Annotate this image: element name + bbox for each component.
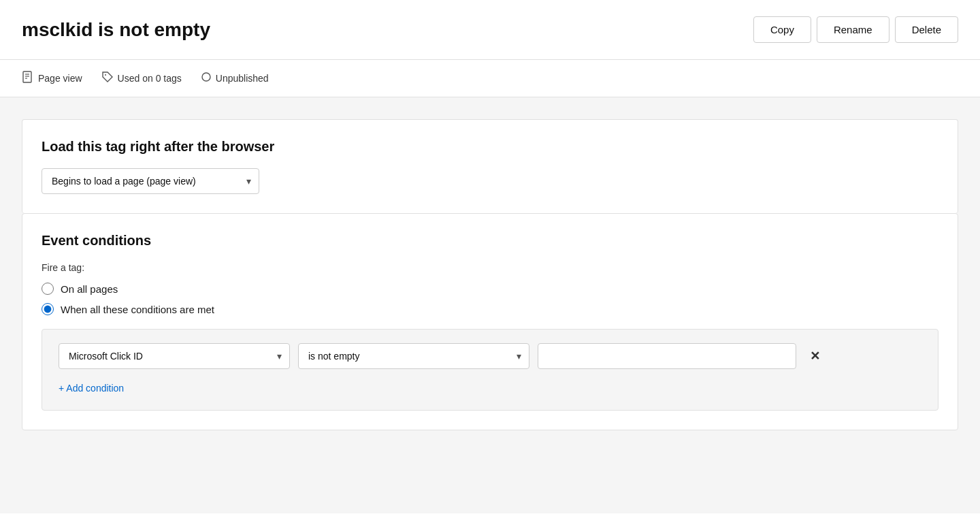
page-view-label: Page view [38,73,82,84]
radio-when-conditions-input[interactable] [42,303,54,315]
condition-remove-button[interactable]: ✕ [804,346,826,366]
used-on-tags-label: Used on 0 tags [118,73,182,84]
header-actions: Copy Rename Delete [753,16,958,43]
content-area: Load this tag right after the browser Be… [0,97,980,513]
delete-button[interactable]: Delete [895,16,958,43]
svg-point-5 [202,73,210,81]
condition-variable-wrapper: Microsoft Click ID Page URL Referrer ▾ [59,343,290,369]
trigger-section-title: Load this tag right after the browser [42,139,938,155]
status-label: Unpublished [216,73,269,84]
radio-group: On all pages When all these conditions a… [42,283,938,315]
radio-all-pages-input[interactable] [42,283,54,295]
radio-all-pages-label: On all pages [61,283,118,295]
cards-wrapper: Load this tag right after the browser Be… [22,119,958,430]
main-container: msclkid is not empty Copy Rename Delete … [0,0,980,525]
tag-icon [101,71,114,86]
condition-operator-select[interactable]: is not empty equals contains matches reg… [298,343,529,369]
fire-tag-label: Fire a tag: [42,262,938,273]
condition-value-input[interactable] [538,343,796,369]
svg-point-4 [105,74,106,76]
trigger-select[interactable]: Begins to load a page (page view) DOM Re… [42,168,259,194]
add-condition-button[interactable]: + Add condition [59,380,124,396]
meta-page-view: Page view [22,71,82,86]
meta-used-on-tags: Used on 0 tags [101,71,182,86]
radio-all-pages[interactable]: On all pages [42,283,938,295]
radio-when-conditions-label: When all these conditions are met [61,304,214,315]
meta-status: Unpublished [201,71,269,85]
event-conditions-title: Event conditions [42,233,938,249]
svg-rect-0 [23,71,31,82]
meta-bar: Page view Used on 0 tags Unpublished [0,60,980,97]
header: msclkid is not empty Copy Rename Delete [0,0,980,60]
copy-button[interactable]: Copy [753,16,811,43]
condition-variable-select[interactable]: Microsoft Click ID Page URL Referrer [59,343,290,369]
trigger-select-wrapper: Begins to load a page (page view) DOM Re… [42,168,259,194]
condition-row: Microsoft Click ID Page URL Referrer ▾ i… [59,343,921,369]
page-view-icon [22,71,34,86]
radio-when-conditions[interactable]: When all these conditions are met [42,303,938,315]
page-title: msclkid is not empty [22,19,210,41]
condition-operator-wrapper: is not empty equals contains matches reg… [298,343,529,369]
trigger-section-card: Load this tag right after the browser Be… [22,119,958,213]
conditions-box: Microsoft Click ID Page URL Referrer ▾ i… [42,329,938,411]
event-conditions-card: Event conditions Fire a tag: On all page… [22,213,958,430]
rename-button[interactable]: Rename [817,16,889,43]
status-circle-icon [201,71,212,85]
